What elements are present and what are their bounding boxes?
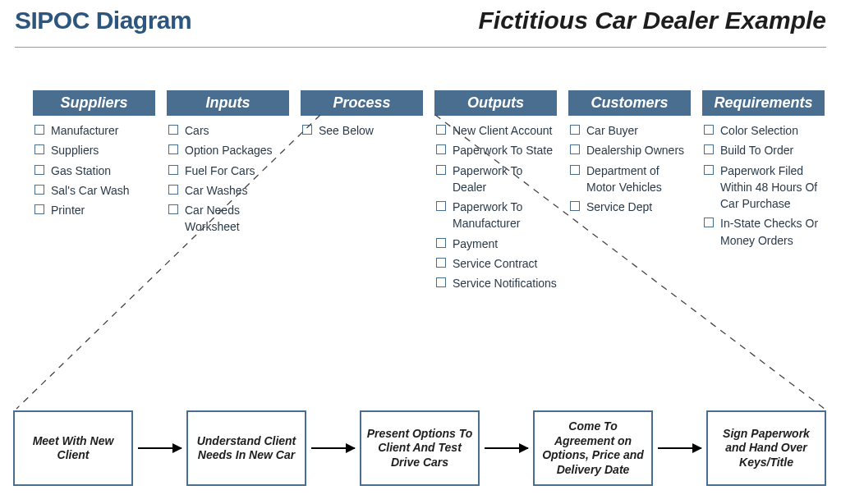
col-header: Suppliers	[33, 90, 155, 116]
col-item: Sal's Car Wash	[33, 182, 155, 199]
col-item: Car Washes	[167, 182, 289, 199]
col-list: Color Selection Build To Order Paperwork…	[702, 122, 825, 249]
diagram-title: SIPOC Diagram	[15, 7, 191, 34]
col-list: Car Buyer Dealership Owners Department o…	[568, 122, 691, 215]
process-row: Meet With New Client Understand Client N…	[13, 410, 826, 486]
sipoc-columns: Suppliers Manufacturer Suppliers Gas Sta…	[33, 90, 825, 296]
col-item: Paperwork To Manufacturer	[434, 199, 557, 232]
col-item: Car Buyer	[568, 122, 691, 139]
col-outputs: Outputs New Client Account Paperwork To …	[434, 90, 557, 296]
process-step: Meet With New Client	[13, 410, 133, 486]
col-item: In-State Checks Or Money Orders	[702, 215, 825, 249]
col-item: Option Packages	[167, 142, 289, 158]
col-header: Process	[301, 90, 423, 116]
col-header: Outputs	[434, 90, 557, 116]
col-item: Car Needs Worksheet	[167, 202, 289, 236]
col-header: Requirements	[702, 90, 825, 116]
col-suppliers: Suppliers Manufacturer Suppliers Gas Sta…	[33, 90, 155, 296]
col-item: Manufacturer	[33, 122, 155, 139]
diagram-header: SIPOC Diagram Fictitious Car Dealer Exam…	[15, 7, 826, 48]
arrow-icon	[485, 447, 528, 449]
col-item: Dealership Owners	[568, 142, 691, 158]
col-process: Process See Below	[301, 90, 423, 296]
process-step: Sign Paperwork and Hand Over Keys/Title	[706, 410, 826, 486]
col-item: Paperwork To State	[434, 142, 557, 158]
col-item: Fuel For Cars	[167, 163, 289, 179]
col-list: See Below	[301, 122, 423, 139]
col-header: Inputs	[167, 90, 289, 116]
col-item: Service Notifications	[434, 275, 557, 291]
col-inputs: Inputs Cars Option Packages Fuel For Car…	[167, 90, 289, 296]
col-item: Printer	[33, 202, 155, 218]
arrow-icon	[138, 447, 182, 449]
col-item: Gas Station	[33, 163, 155, 179]
process-step: Come To Agreement on Options, Price and …	[533, 410, 653, 486]
col-item: See Below	[301, 122, 423, 139]
col-item: Build To Order	[702, 142, 825, 158]
col-item: Suppliers	[33, 142, 155, 158]
col-item: Cars	[167, 122, 289, 139]
col-item: Paperwork Filed Within 48 Hours Of Car P…	[702, 163, 825, 213]
arrow-icon	[311, 447, 355, 449]
col-list: New Client Account Paperwork To State Pa…	[434, 122, 557, 292]
process-step: Understand Client Needs In New Car	[186, 410, 306, 486]
col-item: Paperwork To Dealer	[434, 163, 557, 196]
col-item: Service Contract	[434, 255, 557, 272]
col-item: Service Dept	[568, 199, 691, 215]
col-item: Department of Motor Vehicles	[568, 163, 691, 196]
col-list: Cars Option Packages Fuel For Cars Car W…	[167, 122, 289, 236]
process-step: Present Options To Client And Test Drive…	[360, 410, 480, 486]
col-item: Payment	[434, 236, 557, 252]
arrow-icon	[658, 447, 701, 449]
col-customers: Customers Car Buyer Dealership Owners De…	[568, 90, 691, 296]
col-list: Manufacturer Suppliers Gas Station Sal's…	[33, 122, 155, 218]
diagram-subtitle: Fictitious Car Dealer Example	[479, 7, 827, 34]
col-item: Color Selection	[702, 122, 825, 139]
col-item: New Client Account	[434, 122, 557, 139]
col-header: Customers	[568, 90, 691, 116]
col-requirements: Requirements Color Selection Build To Or…	[702, 90, 825, 296]
